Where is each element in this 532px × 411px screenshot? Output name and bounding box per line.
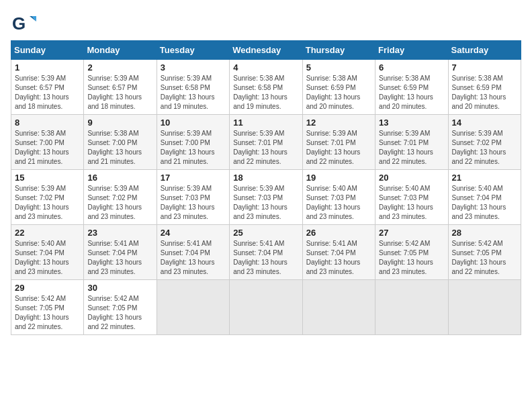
day-number: 17 — [161, 173, 226, 183]
calendar-cell: 24 Sunrise: 5:41 AM Sunset: 7:04 PM Dayl… — [157, 225, 229, 280]
day-number: 27 — [379, 228, 444, 238]
day-number: 24 — [161, 228, 226, 238]
calendar-cell — [302, 280, 375, 335]
header-tuesday: Tuesday — [157, 41, 229, 60]
calendar-table: SundayMondayTuesdayWednesdayThursdayFrid… — [11, 40, 521, 335]
day-info: Sunrise: 5:42 AM Sunset: 7:05 PM Dayligh… — [379, 239, 444, 277]
day-number: 2 — [87, 62, 152, 73]
day-number: 6 — [379, 62, 444, 73]
day-info: Sunrise: 5:42 AM Sunset: 7:05 PM Dayligh… — [87, 294, 152, 332]
day-number: 10 — [161, 118, 226, 128]
calendar-cell: 4 Sunrise: 5:38 AM Sunset: 6:58 PM Dayli… — [230, 60, 302, 115]
week-row-0: 1 Sunrise: 5:39 AM Sunset: 6:57 PM Dayli… — [11, 60, 521, 115]
day-info: Sunrise: 5:39 AM Sunset: 7:03 PM Dayligh… — [233, 184, 298, 222]
day-info: Sunrise: 5:39 AM Sunset: 6:57 PM Dayligh… — [87, 74, 152, 111]
day-number: 22 — [15, 228, 80, 238]
day-info: Sunrise: 5:39 AM Sunset: 7:03 PM Dayligh… — [161, 184, 226, 222]
day-info: Sunrise: 5:41 AM Sunset: 7:04 PM Dayligh… — [87, 239, 152, 277]
day-number: 26 — [306, 228, 371, 238]
day-info: Sunrise: 5:38 AM Sunset: 7:00 PM Dayligh… — [87, 129, 152, 167]
calendar-cell: 17 Sunrise: 5:39 AM Sunset: 7:03 PM Dayl… — [157, 170, 229, 225]
calendar-cell: 16 Sunrise: 5:39 AM Sunset: 7:02 PM Dayl… — [84, 170, 157, 225]
week-row-1: 8 Sunrise: 5:38 AM Sunset: 7:00 PM Dayli… — [11, 115, 521, 170]
calendar-cell: 20 Sunrise: 5:40 AM Sunset: 7:03 PM Dayl… — [375, 170, 448, 225]
day-info: Sunrise: 5:40 AM Sunset: 7:03 PM Dayligh… — [379, 184, 444, 222]
day-number: 23 — [87, 228, 152, 238]
calendar-cell: 1 Sunrise: 5:39 AM Sunset: 6:57 PM Dayli… — [11, 60, 84, 115]
header-row: SundayMondayTuesdayWednesdayThursdayFrid… — [11, 41, 521, 60]
day-info: Sunrise: 5:39 AM Sunset: 7:01 PM Dayligh… — [306, 129, 371, 167]
day-info: Sunrise: 5:40 AM Sunset: 7:04 PM Dayligh… — [15, 239, 80, 277]
header-monday: Monday — [84, 41, 157, 60]
calendar-cell — [448, 280, 521, 335]
day-number: 3 — [161, 62, 226, 73]
day-info: Sunrise: 5:38 AM Sunset: 6:59 PM Dayligh… — [306, 74, 371, 111]
calendar-cell: 18 Sunrise: 5:39 AM Sunset: 7:03 PM Dayl… — [230, 170, 302, 225]
calendar-cell: 27 Sunrise: 5:42 AM Sunset: 7:05 PM Dayl… — [375, 225, 448, 280]
day-info: Sunrise: 5:38 AM Sunset: 6:59 PM Dayligh… — [452, 74, 517, 111]
calendar-cell: 6 Sunrise: 5:38 AM Sunset: 6:59 PM Dayli… — [375, 60, 448, 115]
week-row-2: 15 Sunrise: 5:39 AM Sunset: 7:02 PM Dayl… — [11, 170, 521, 225]
calendar-cell: 2 Sunrise: 5:39 AM Sunset: 6:57 PM Dayli… — [84, 60, 157, 115]
calendar-cell: 28 Sunrise: 5:42 AM Sunset: 7:05 PM Dayl… — [448, 225, 521, 280]
day-info: Sunrise: 5:39 AM Sunset: 7:02 PM Dayligh… — [15, 184, 80, 222]
day-info: Sunrise: 5:41 AM Sunset: 7:04 PM Dayligh… — [306, 239, 371, 277]
header-sunday: Sunday — [11, 41, 84, 60]
day-info: Sunrise: 5:39 AM Sunset: 6:58 PM Dayligh… — [161, 74, 226, 111]
day-number: 18 — [233, 173, 298, 183]
day-number: 12 — [306, 118, 371, 128]
week-row-3: 22 Sunrise: 5:40 AM Sunset: 7:04 PM Dayl… — [11, 225, 521, 280]
calendar-cell: 30 Sunrise: 5:42 AM Sunset: 7:05 PM Dayl… — [84, 280, 157, 335]
day-number: 11 — [233, 118, 298, 128]
day-info: Sunrise: 5:39 AM Sunset: 7:02 PM Dayligh… — [452, 129, 517, 167]
day-number: 13 — [379, 118, 444, 128]
day-info: Sunrise: 5:39 AM Sunset: 7:01 PM Dayligh… — [233, 129, 298, 167]
calendar-cell — [375, 280, 448, 335]
day-info: Sunrise: 5:40 AM Sunset: 7:03 PM Dayligh… — [306, 184, 371, 222]
page-header: G — [11, 11, 521, 32]
day-info: Sunrise: 5:39 AM Sunset: 7:00 PM Dayligh… — [161, 129, 226, 167]
day-number: 7 — [452, 62, 517, 73]
day-number: 9 — [87, 118, 152, 128]
day-number: 21 — [452, 173, 517, 183]
calendar-cell — [157, 280, 229, 335]
calendar-cell: 26 Sunrise: 5:41 AM Sunset: 7:04 PM Dayl… — [302, 225, 375, 280]
calendar-cell: 3 Sunrise: 5:39 AM Sunset: 6:58 PM Dayli… — [157, 60, 229, 115]
header-friday: Friday — [375, 41, 448, 60]
calendar-cell: 9 Sunrise: 5:38 AM Sunset: 7:00 PM Dayli… — [84, 115, 157, 170]
week-row-4: 29 Sunrise: 5:42 AM Sunset: 7:05 PM Dayl… — [11, 280, 521, 335]
header-saturday: Saturday — [448, 41, 521, 60]
day-number: 8 — [15, 118, 80, 128]
calendar-cell: 29 Sunrise: 5:42 AM Sunset: 7:05 PM Dayl… — [11, 280, 84, 335]
calendar-cell: 21 Sunrise: 5:40 AM Sunset: 7:04 PM Dayl… — [448, 170, 521, 225]
day-number: 4 — [233, 62, 298, 73]
day-number: 29 — [15, 283, 80, 293]
day-number: 30 — [87, 283, 152, 293]
day-info: Sunrise: 5:42 AM Sunset: 7:05 PM Dayligh… — [15, 294, 80, 332]
day-info: Sunrise: 5:38 AM Sunset: 7:00 PM Dayligh… — [15, 129, 80, 167]
calendar-cell: 13 Sunrise: 5:39 AM Sunset: 7:01 PM Dayl… — [375, 115, 448, 170]
day-number: 5 — [306, 62, 371, 73]
day-number: 25 — [233, 228, 298, 238]
day-number: 14 — [452, 118, 517, 128]
day-number: 20 — [379, 173, 444, 183]
day-info: Sunrise: 5:39 AM Sunset: 6:57 PM Dayligh… — [15, 74, 80, 111]
calendar-cell: 22 Sunrise: 5:40 AM Sunset: 7:04 PM Dayl… — [11, 225, 84, 280]
day-info: Sunrise: 5:38 AM Sunset: 6:59 PM Dayligh… — [379, 74, 444, 111]
calendar-cell: 12 Sunrise: 5:39 AM Sunset: 7:01 PM Dayl… — [302, 115, 375, 170]
day-info: Sunrise: 5:39 AM Sunset: 7:01 PM Dayligh… — [379, 129, 444, 167]
day-info: Sunrise: 5:40 AM Sunset: 7:04 PM Dayligh… — [452, 184, 517, 222]
day-info: Sunrise: 5:41 AM Sunset: 7:04 PM Dayligh… — [233, 239, 298, 277]
day-number: 28 — [452, 228, 517, 238]
day-number: 16 — [87, 173, 152, 183]
day-number: 15 — [15, 173, 80, 183]
calendar-cell: 7 Sunrise: 5:38 AM Sunset: 6:59 PM Dayli… — [448, 60, 521, 115]
logo-icon: G — [11, 11, 32, 32]
calendar-cell: 15 Sunrise: 5:39 AM Sunset: 7:02 PM Dayl… — [11, 170, 84, 225]
day-info: Sunrise: 5:38 AM Sunset: 6:58 PM Dayligh… — [233, 74, 298, 111]
calendar-cell: 8 Sunrise: 5:38 AM Sunset: 7:00 PM Dayli… — [11, 115, 84, 170]
day-info: Sunrise: 5:42 AM Sunset: 7:05 PM Dayligh… — [452, 239, 517, 277]
day-info: Sunrise: 5:39 AM Sunset: 7:02 PM Dayligh… — [87, 184, 152, 222]
calendar-cell — [230, 280, 302, 335]
day-number: 19 — [306, 173, 371, 183]
